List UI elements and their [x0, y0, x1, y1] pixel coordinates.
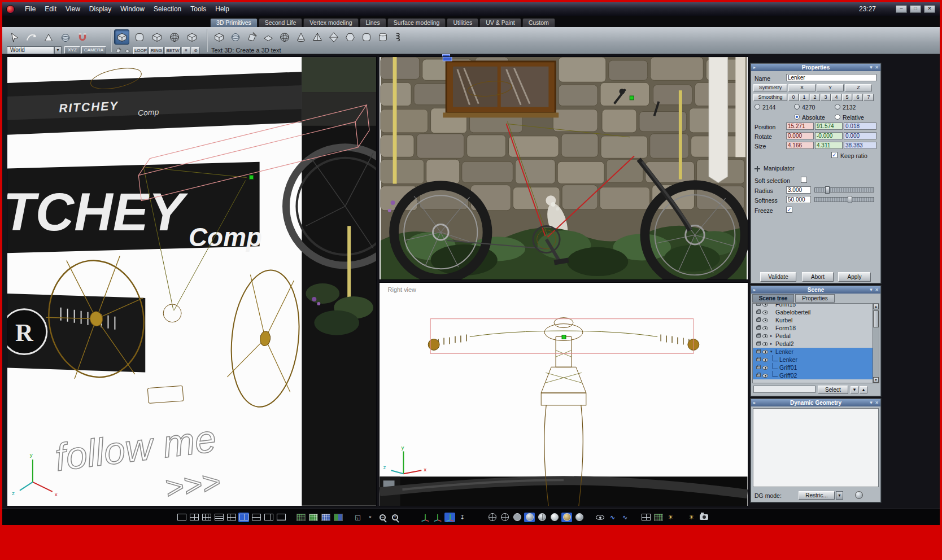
tab-3d-primitives[interactable]: 3D Primitives — [210, 18, 258, 27]
absolute-radio[interactable] — [794, 114, 800, 120]
tree-item-label[interactable]: Form18 — [775, 325, 796, 331]
tree-row-selected[interactable]: ▾ Lenker — [753, 348, 879, 356]
expand-caret[interactable]: ▾ — [770, 349, 775, 354]
right-view-viewport[interactable]: Right view — [379, 282, 748, 506]
tab-second-life[interactable]: Second Life — [259, 18, 302, 27]
tree-row-selected[interactable]: Griff01 — [753, 364, 879, 371]
zoom-out-icon[interactable]: − — [377, 513, 388, 522]
panel-close-icon[interactable]: ✕ — [875, 64, 879, 71]
panel-dropdown-icon[interactable]: ▼ — [869, 64, 873, 71]
properties-panel-header[interactable]: ▸ Properties ▼ ✕ — [751, 64, 880, 71]
eye-icon[interactable] — [762, 374, 768, 378]
layout-three-rows-icon[interactable] — [213, 513, 224, 522]
scroll-down-icon[interactable]: ▼ — [873, 377, 879, 383]
name-input[interactable] — [786, 74, 876, 81]
curve-tool-icon[interactable] — [24, 30, 39, 45]
apply-button[interactable]: Apply — [838, 272, 871, 282]
drop-to-ground-icon[interactable]: ↧ — [457, 513, 468, 522]
dg-mode-arrow-icon[interactable]: ▼ — [836, 491, 843, 500]
primitive-sphere-icon[interactable] — [228, 29, 243, 45]
validate-button[interactable]: Validate — [760, 272, 796, 282]
tree-row[interactable]: Form18 — [753, 324, 879, 332]
move-down-button[interactable]: ▾ — [851, 386, 858, 393]
eye-icon[interactable] — [762, 310, 768, 314]
manipulator-dot[interactable] — [630, 96, 634, 100]
lock-icon[interactable] — [756, 358, 761, 361]
primitive-pyramid-icon[interactable] — [309, 29, 325, 45]
primitive-diamond-icon[interactable] — [326, 29, 341, 45]
tab-lines[interactable]: Lines — [360, 18, 386, 27]
radius-slider-thumb[interactable] — [825, 186, 830, 194]
rotate-x-input[interactable] — [786, 132, 814, 139]
eye-icon[interactable] — [762, 342, 768, 346]
expand-caret[interactable]: ▸ — [770, 334, 775, 338]
lock-icon[interactable] — [756, 350, 761, 353]
soft-selection-label[interactable]: Soft selection — [755, 177, 790, 184]
smoothing-level-7[interactable]: 7 — [864, 94, 874, 101]
dynamic-geometry-list[interactable] — [753, 408, 879, 487]
primitive-cone-icon[interactable] — [293, 29, 308, 45]
freeze-checkbox[interactable]: ✓ — [786, 207, 792, 213]
size-x-input[interactable] — [786, 142, 814, 149]
lines-option-icon[interactable]: ≡ — [182, 47, 190, 54]
lock-icon[interactable] — [756, 334, 761, 338]
layout-single-icon[interactable] — [176, 513, 187, 522]
tree-row[interactable]: ▸ Pedal2 — [753, 340, 879, 348]
layout-two-rows-icon[interactable] — [251, 513, 261, 522]
lock-icon[interactable] — [756, 326, 761, 330]
abort-button[interactable]: Abort — [802, 272, 834, 282]
relative-radio[interactable] — [835, 114, 840, 120]
softness-slider[interactable] — [814, 197, 874, 202]
smoothing-level-2[interactable]: 2 — [810, 94, 820, 101]
freeze-label[interactable]: Freeze — [755, 207, 773, 214]
shaded-mode-icon[interactable] — [524, 513, 535, 522]
scene-panel-header[interactable]: ▸ Scene ▼ ✕ — [751, 286, 880, 294]
tree-item-label[interactable]: Lenker — [775, 348, 793, 355]
menu-selection[interactable]: Selection — [149, 5, 186, 13]
axis-z-button[interactable]: Z — [845, 84, 872, 91]
position-z-input[interactable] — [844, 123, 876, 130]
primitive-polygon-icon[interactable] — [244, 29, 259, 45]
expand-caret[interactable]: ▸ — [770, 342, 775, 346]
keep-ratio-checkbox[interactable]: ✓ — [831, 152, 838, 158]
camera-icon[interactable] — [699, 513, 709, 522]
eye-icon[interactable] — [762, 350, 768, 354]
softness-slider-thumb[interactable] — [848, 196, 852, 203]
mode-cube3-icon[interactable] — [184, 29, 199, 45]
material-mode-icon[interactable] — [574, 513, 585, 522]
grid-blue-icon[interactable] — [320, 513, 331, 522]
mode-rounded-cube-icon[interactable] — [132, 29, 147, 45]
primitive-cylinder-icon[interactable] — [375, 29, 390, 45]
lock-icon[interactable] — [756, 303, 761, 306]
textured-mode-icon[interactable] — [561, 513, 572, 522]
axis-view-icon[interactable] — [420, 513, 430, 522]
panel-dropdown-icon[interactable]: ▼ — [869, 399, 873, 406]
tree-item-label[interactable]: Pedal — [775, 333, 791, 339]
bright-mode-icon[interactable] — [549, 513, 560, 522]
tab-scene-tree[interactable]: Scene tree — [752, 294, 794, 303]
manipulator-dot[interactable] — [562, 335, 566, 339]
world-dropdown-arrow-icon[interactable]: ▼ — [54, 46, 62, 54]
tab-surface-modeling[interactable]: Surface modeling — [387, 18, 446, 27]
layout-six-icon[interactable] — [201, 513, 212, 522]
tree-row-selected[interactable]: Griff02 — [753, 371, 879, 379]
ring-button[interactable]: RING — [149, 47, 164, 54]
scene-tree-scrollbar[interactable]: ▲ ▼ — [873, 304, 879, 383]
minimize-button[interactable]: – — [896, 5, 907, 13]
radius-slider[interactable] — [814, 187, 874, 193]
tree-row[interactable]: ▸ Pedal — [753, 332, 879, 340]
tab-uv-paint[interactable]: UV & Paint — [479, 18, 521, 27]
tree-item-label[interactable]: Pedal2 — [775, 340, 794, 347]
flat-mode-icon[interactable] — [512, 513, 522, 522]
tree-item-label[interactable]: Griff01 — [779, 364, 797, 371]
primitive-plane-icon[interactable] — [260, 29, 276, 45]
menu-display[interactable]: Display — [85, 5, 116, 13]
select-button[interactable]: Select — [818, 386, 848, 394]
relative-label[interactable]: Relative — [843, 114, 864, 121]
close-button[interactable]: ✕ — [924, 5, 935, 13]
uv-view-icon[interactable] — [653, 513, 664, 522]
tree-item-label[interactable]: Kurbel — [775, 317, 792, 323]
position-y-input[interactable] — [815, 123, 843, 130]
face-select-icon[interactable] — [123, 46, 132, 55]
slash-option-icon[interactable]: ⊘ — [191, 47, 200, 54]
